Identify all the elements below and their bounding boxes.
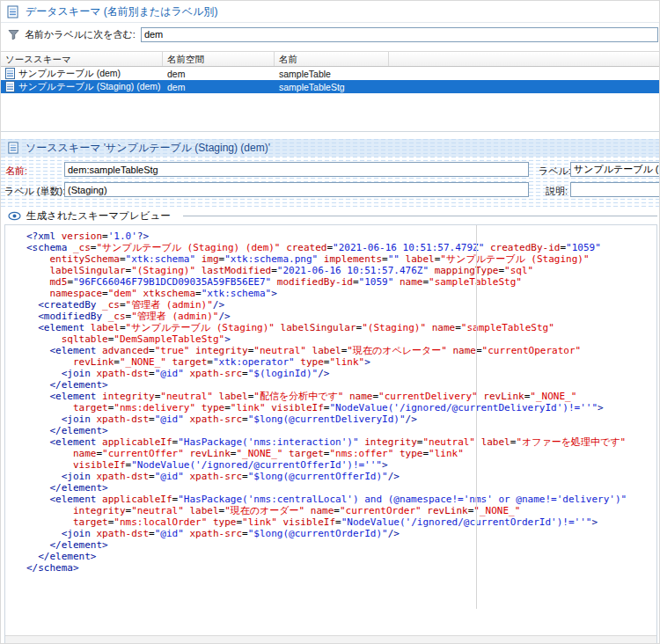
- label-singular-label: ラベル (単数):: [4, 185, 65, 198]
- eye-icon: [8, 211, 21, 221]
- margin-guide-line: [476, 225, 477, 609]
- divider: [183, 216, 657, 216]
- xml-preview[interactable]: <?xml version='1.0'?> <schema _cs="サンプルテ…: [4, 224, 657, 644]
- schema-icon: [5, 68, 15, 79]
- section-header: ソーススキーマ 'サンプルテーブル (Staging) (dem)': [1, 139, 659, 157]
- filter-label: 名前かラベルに次を含む:: [25, 28, 136, 41]
- page-title: データスキーマ (名前別またはラベル別): [26, 4, 217, 19]
- schema-table: ソーススキーマ 名前空間 名前 サンプルテーブル (dem) dem sampl…: [1, 51, 659, 132]
- titlebar: データスキーマ (名前別またはラベル別): [1, 1, 659, 23]
- label-singular-input[interactable]: [64, 182, 529, 197]
- detail-section: ソーススキーマ 'サンプルテーブル (Staging) (dem)' 名前: ラ…: [1, 139, 659, 207]
- app-window: データスキーマ (名前別またはラベル別) 名前かラベルに次を含む: ソーススキー…: [0, 0, 660, 644]
- cell-namespace: dem: [163, 69, 275, 79]
- funnel-icon: [8, 29, 19, 40]
- schema-icon: [6, 5, 19, 18]
- column-header-source-schema[interactable]: ソーススキーマ: [1, 52, 163, 66]
- xml-code: <?xml version='1.0'?> <schema _cs="サンプルテ…: [5, 225, 656, 579]
- row-source-label: サンプルテーブル (Staging) (dem): [18, 81, 161, 93]
- section-title: ソーススキーマ 'サンプルテーブル (Staging) (dem)': [26, 141, 270, 156]
- label-label: ラベル:: [539, 165, 571, 178]
- cell-source-schema: サンプルテーブル (Staging) (dem): [1, 81, 163, 93]
- filter-input[interactable]: [141, 27, 658, 42]
- schema-icon: [7, 142, 19, 154]
- name-label: 名前:: [5, 165, 27, 178]
- cell-source-schema: サンプルテーブル (dem): [1, 68, 163, 80]
- name-input[interactable]: [64, 162, 529, 177]
- column-header-name[interactable]: 名前: [275, 52, 389, 66]
- column-header-namespace[interactable]: 名前空間: [163, 52, 275, 66]
- description-input[interactable]: [570, 182, 660, 197]
- description-label: 説明:: [546, 185, 568, 198]
- filter-bar: 名前かラベルに次を含む:: [1, 23, 659, 46]
- horizontal-scrollbar[interactable]: [5, 635, 656, 644]
- table-row-selected[interactable]: サンプルテーブル (Staging) (dem) dem sampleTable…: [1, 80, 659, 93]
- column-header-blank: [389, 52, 659, 66]
- preview-title: 生成されたスキーマプレビュー: [26, 209, 171, 223]
- cell-name: sampleTable: [275, 69, 389, 79]
- preview-header: 生成されたスキーマプレビュー: [1, 207, 659, 224]
- cell-namespace: dem: [163, 82, 275, 92]
- detail-form: 名前: ラベル: ラベル (単数): 説明:: [1, 157, 659, 207]
- table-header-row: ソーススキーマ 名前空間 名前: [1, 51, 659, 67]
- table-row[interactable]: サンプルテーブル (dem) dem sampleTable: [1, 67, 659, 80]
- schema-icon: [5, 81, 15, 92]
- cell-name: sampleTableStg: [275, 82, 389, 92]
- row-source-label: サンプルテーブル (dem): [18, 68, 121, 80]
- label-input[interactable]: [570, 162, 660, 177]
